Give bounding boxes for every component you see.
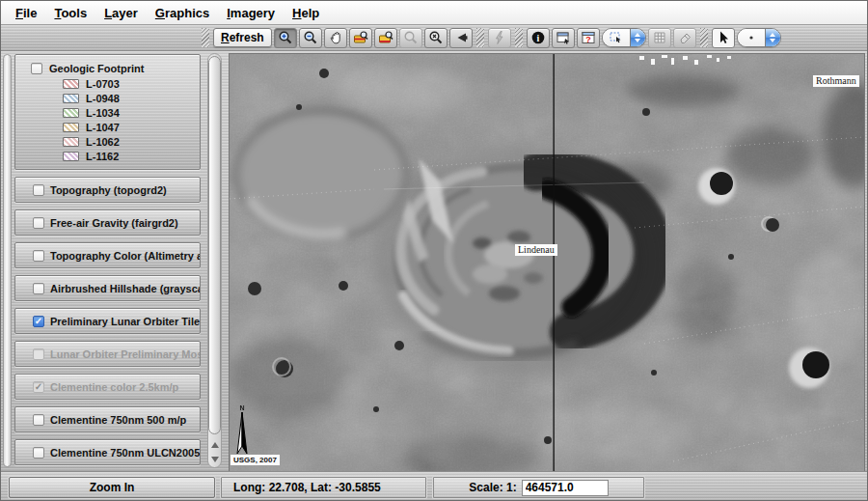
- menu-imagery[interactable]: Imagery: [218, 4, 284, 22]
- map-viewport[interactable]: Lindenau Rothmann N USGS, 2007: [230, 54, 864, 471]
- info-icon: i: [530, 30, 546, 45]
- zoom-to-extent-tool-button[interactable]: [374, 28, 397, 48]
- zoom-in-icon: [278, 30, 293, 45]
- menu-layer[interactable]: Layer: [95, 4, 147, 22]
- layer-clementine-750nm-500mp[interactable]: Clementine 750nm 500 m/p: [14, 406, 201, 432]
- north-arrow: N: [234, 404, 250, 456]
- properties-window-tool-button[interactable]: [552, 28, 575, 48]
- scrollbar-up-arrow[interactable]: [208, 438, 221, 452]
- toolbar-separator: [476, 28, 484, 47]
- layer-preliminary-lunar-orbiter-tiles[interactable]: ✓ Preliminary Lunar Orbiter Tiles 60: [14, 308, 201, 334]
- layer-topography-color[interactable]: Topography Color (Altimetry and I: [14, 242, 201, 268]
- north-label: N: [239, 404, 244, 411]
- layer-checkbox[interactable]: [33, 283, 44, 294]
- svg-text:i: i: [536, 33, 539, 43]
- svg-text:?: ?: [585, 35, 591, 44]
- status-bar: Zoom In Long: 22.708, Lat: -30.5855 Scal…: [1, 471, 867, 501]
- layer-group-geologic-footprint[interactable]: Geologic Footprint L-0703 L-0948 L-1034 …: [14, 54, 201, 170]
- scale-panel: Scale: 1:: [433, 477, 644, 498]
- zoom-reset-icon: [428, 30, 444, 45]
- zoom-in-tool-button[interactable]: [274, 28, 297, 48]
- layer-checkbox[interactable]: [33, 250, 44, 262]
- toolbar-separator: [700, 28, 708, 47]
- layer-topography[interactable]: Topography (topogrd2): [14, 177, 201, 203]
- application-window: File Tools Layer Graphics Imagery Help R…: [0, 0, 868, 501]
- layer-sidebar: Geologic Footprint L-0703 L-0948 L-1034 …: [1, 51, 226, 471]
- pan-hand-icon: [328, 30, 343, 45]
- grid-tool-button: [648, 28, 671, 48]
- sidebar-scrollbar[interactable]: [207, 53, 222, 468]
- scale-input[interactable]: [522, 480, 609, 496]
- point-dot-icon: [746, 33, 756, 42]
- zoom-disabled-icon: [403, 30, 419, 45]
- layer-checkbox[interactable]: [33, 217, 44, 229]
- layer-checkbox[interactable]: [33, 184, 44, 196]
- geologic-item[interactable]: L-1047: [15, 120, 200, 134]
- coordinates-readout: Long: 22.708, Lat: -30.5855: [221, 477, 426, 498]
- point-style-combo[interactable]: [737, 28, 781, 47]
- zoom-reset-tool-button[interactable]: [424, 28, 448, 48]
- content-area: Geologic Footprint L-0703 L-0948 L-1034 …: [1, 51, 868, 471]
- layer-clementine-750nm-ulcn2005[interactable]: Clementine 750nm ULCN2005 Wa: [14, 439, 201, 465]
- layer-airbrushed-hillshade[interactable]: Airbrushed Hillshade (grayscale): [14, 275, 201, 301]
- menu-bar: File Tools Layer Graphics Imagery Help: [1, 1, 867, 25]
- pointer-tool-button[interactable]: [712, 28, 735, 48]
- refresh-button[interactable]: Refresh: [213, 28, 272, 47]
- sidebar-scrollbar-thumb[interactable]: [208, 56, 221, 434]
- geologic-footprint-label: Geologic Footprint: [49, 63, 144, 74]
- north-arrow-icon: [234, 411, 250, 456]
- scrollbar-down-arrow[interactable]: [208, 453, 221, 466]
- point-style-stepper[interactable]: [765, 29, 780, 46]
- map-label-lindenau: Lindenau: [515, 244, 557, 256]
- zoom-in-button[interactable]: Zoom In: [9, 477, 215, 498]
- crosshair-line: [554, 54, 555, 471]
- grid-icon: [652, 30, 667, 45]
- eraser-tool-button: [673, 28, 696, 48]
- pointer-arrow-icon: [716, 30, 731, 45]
- geologic-footprint-checkbox[interactable]: [31, 63, 42, 74]
- layer-checkbox: [33, 348, 44, 360]
- menu-graphics[interactable]: Graphics: [147, 4, 218, 22]
- toolbar: Refresh i: [1, 25, 867, 51]
- map-label-rothmann: Rothmann: [813, 75, 859, 87]
- help-window-icon: ?: [581, 30, 596, 45]
- zoom-to-extent-icon: [378, 30, 393, 45]
- scale-label: Scale: 1:: [469, 481, 516, 494]
- geologic-item[interactable]: L-1062: [15, 134, 200, 149]
- layer-checkbox[interactable]: ✓: [33, 316, 44, 327]
- zoom-to-layer-tool-button[interactable]: [349, 28, 372, 48]
- geologic-item[interactable]: L-1162: [15, 149, 200, 163]
- eraser-icon: [677, 30, 692, 45]
- lightning-icon: [492, 30, 507, 45]
- layer-lunar-orbiter-preliminary-mosaic: Lunar Orbiter Preliminary Mosaic 1: [14, 341, 201, 367]
- selection-mode-stepper[interactable]: [630, 29, 645, 46]
- menu-file[interactable]: File: [7, 4, 45, 22]
- geologic-item[interactable]: L-1034: [15, 105, 200, 120]
- zoom-out-icon: [303, 30, 318, 45]
- geologic-item[interactable]: L-0948: [15, 91, 200, 105]
- layer-checkbox[interactable]: [33, 414, 44, 426]
- map-credit: USGS, 2007: [231, 455, 280, 465]
- pan-hand-tool-button[interactable]: [324, 28, 347, 48]
- footprint-swatch: [63, 123, 79, 132]
- footprint-swatch: [63, 108, 79, 118]
- lightning-tool-button: [488, 28, 511, 48]
- footprint-swatch: [63, 94, 79, 103]
- zoom-out-tool-button[interactable]: [299, 28, 322, 48]
- menu-help[interactable]: Help: [284, 4, 328, 22]
- selection-mode-combo[interactable]: [602, 28, 646, 47]
- layer-checkbox[interactable]: [33, 447, 44, 459]
- lunar-surface-image: [230, 54, 864, 471]
- help-window-tool-button[interactable]: ?: [577, 28, 600, 48]
- footprint-swatch: [63, 79, 79, 89]
- toolbar-separator: [202, 28, 209, 47]
- selection-rect-icon: [609, 31, 624, 44]
- info-tool-button[interactable]: i: [527, 28, 550, 48]
- layer-checkbox: ✓: [33, 381, 44, 393]
- properties-window-icon: [556, 30, 571, 45]
- geologic-item[interactable]: L-0703: [15, 76, 200, 91]
- layer-free-air-gravity[interactable]: Free-air Gravity (fairgrd2): [14, 209, 201, 236]
- menu-tools[interactable]: Tools: [45, 4, 95, 22]
- back-arrow-tool-button[interactable]: [449, 28, 473, 48]
- sidebar-left-track: [3, 54, 12, 467]
